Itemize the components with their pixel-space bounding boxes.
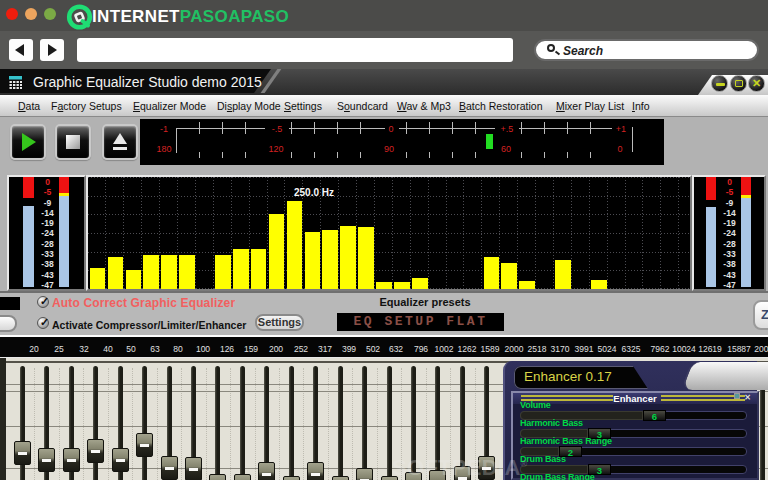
svg-text:60: 60 [501,144,511,154]
svg-text:1002: 1002 [435,344,454,354]
svg-text:20024: 20024 [754,344,768,354]
svg-text:+1: +1 [616,124,626,134]
svg-text:6325: 6325 [622,344,641,354]
svg-text:63: 63 [150,344,160,354]
svg-text:252: 252 [294,344,308,354]
svg-text:0: 0 [388,124,393,134]
svg-text:10024: 10024 [672,344,696,354]
svg-text:502: 502 [366,344,380,354]
svg-text:90: 90 [384,144,394,154]
svg-text:7962: 7962 [651,344,670,354]
svg-text:250.0 Hz: 250.0 Hz [294,187,334,198]
svg-text:3991: 3991 [575,344,594,354]
svg-text:15887: 15887 [727,344,751,354]
svg-text:120: 120 [268,144,283,154]
svg-text:40: 40 [103,344,113,354]
svg-text:0: 0 [617,144,622,154]
svg-text:-1: -1 [160,124,168,134]
svg-text:632: 632 [389,344,403,354]
svg-text:2000: 2000 [505,344,524,354]
svg-text:399: 399 [342,344,356,354]
svg-text:159: 159 [244,344,258,354]
svg-text:100: 100 [196,344,210,354]
svg-text:796: 796 [414,344,428,354]
svg-text:32: 32 [79,344,89,354]
svg-text:2518: 2518 [528,344,547,354]
svg-text:3170: 3170 [551,344,570,354]
svg-text:12619: 12619 [698,344,722,354]
svg-text:1589: 1589 [481,344,500,354]
svg-text:126: 126 [220,344,234,354]
svg-text:80: 80 [173,344,183,354]
svg-text:5024: 5024 [598,344,617,354]
svg-text:20: 20 [29,344,39,354]
svg-text:+.5: +.5 [501,124,514,134]
svg-text:-.5: -.5 [272,124,283,134]
svg-text:1262: 1262 [458,344,477,354]
svg-text:25: 25 [54,344,64,354]
svg-text:317: 317 [318,344,332,354]
svg-text:180: 180 [156,144,171,154]
svg-text:50: 50 [126,344,136,354]
svg-text:200: 200 [269,344,283,354]
